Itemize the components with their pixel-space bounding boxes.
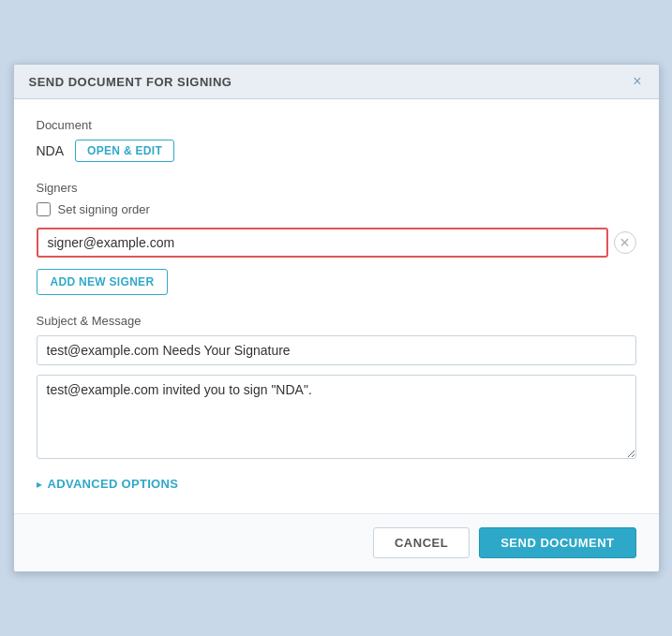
signing-order-label: Set signing order	[58, 202, 150, 216]
signers-label: Signers	[37, 181, 636, 195]
subject-message-section: Subject & Message	[37, 314, 636, 462]
add-signer-button[interactable]: ADD NEW SIGNER	[37, 269, 169, 295]
modal-footer: CANCEL SEND DOCUMENT	[14, 513, 659, 571]
subject-message-label: Subject & Message	[37, 314, 636, 328]
remove-signer-button[interactable]: ×	[614, 231, 636, 254]
modal-overlay: SEND DOCUMENT FOR SIGNING × Document NDA…	[0, 0, 672, 636]
open-edit-button[interactable]: OPEN & EDIT	[75, 140, 174, 162]
message-textarea[interactable]	[37, 375, 636, 459]
subject-input[interactable]	[37, 335, 636, 365]
signing-order-checkbox[interactable]	[37, 202, 51, 216]
document-name: NDA	[37, 143, 65, 158]
modal-title: SEND DOCUMENT FOR SIGNING	[29, 75, 232, 89]
modal-header: SEND DOCUMENT FOR SIGNING ×	[14, 65, 659, 99]
send-document-modal: SEND DOCUMENT FOR SIGNING × Document NDA…	[13, 64, 660, 572]
document-row: NDA OPEN & EDIT	[37, 140, 636, 162]
advanced-options-row[interactable]: ▸ ADVANCED OPTIONS	[37, 477, 636, 491]
modal-body: Document NDA OPEN & EDIT Signers Set sig…	[14, 99, 659, 513]
advanced-options-label: ADVANCED OPTIONS	[48, 477, 179, 491]
signer-input-row: ×	[37, 228, 636, 258]
signing-order-row: Set signing order	[37, 202, 636, 216]
send-document-button[interactable]: SEND DOCUMENT	[479, 527, 635, 558]
advanced-chevron-icon: ▸	[37, 478, 42, 491]
signers-section: Signers Set signing order × ADD NEW SIGN…	[37, 181, 636, 295]
document-section: Document NDA OPEN & EDIT	[37, 118, 636, 162]
close-button[interactable]: ×	[631, 74, 643, 89]
document-label: Document	[37, 118, 636, 132]
cancel-button[interactable]: CANCEL	[373, 527, 470, 558]
signer-email-input[interactable]	[37, 228, 608, 258]
